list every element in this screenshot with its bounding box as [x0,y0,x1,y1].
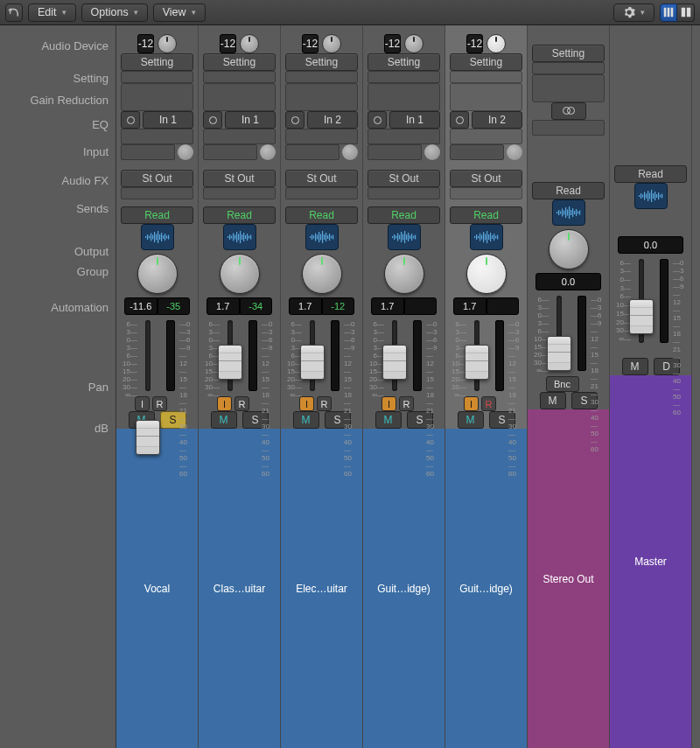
db-value[interactable]: 1.7 [289,297,322,315]
track-icon-button[interactable] [388,224,421,250]
channel-strip[interactable]: -12 Setting In 1 St Out Read 1.7 -34 6—3… [199,25,281,748]
input-label[interactable]: In 1 [225,111,276,129]
channel-strip[interactable]: Read 0.0 6—3—0—3—6—10—15—20—30—∞— —0—3—6… [610,25,692,748]
audio-device-value[interactable]: -12 [220,34,236,53]
audio-fx-slot[interactable] [450,129,522,144]
mute-button[interactable]: M [375,411,402,429]
pan-knob[interactable] [220,254,260,294]
fader-thumb[interactable] [465,345,489,380]
edit-menu[interactable]: Edit ▾ [28,3,76,22]
send-knob[interactable] [424,144,440,160]
automation-mode[interactable]: Read [368,206,440,224]
track-name[interactable]: Master [610,375,691,748]
channel-strip[interactable]: -12 Setting In 2 St Out Read 1.7 -12 6—3… [281,25,363,748]
setting-button[interactable]: Setting [121,53,193,71]
audio-device-value[interactable]: -12 [137,34,154,53]
fader-thumb[interactable] [218,345,242,380]
pan-knob[interactable] [466,254,507,294]
peak-value[interactable]: -34 [240,297,273,315]
track-icon-button[interactable] [305,224,339,250]
input-format-button[interactable] [450,111,469,129]
setting-button[interactable]: Setting [532,45,605,62]
mute-button[interactable]: M [211,411,237,429]
audio-fx-slot[interactable] [203,129,276,144]
record-enable-button[interactable]: R [152,396,167,411]
peak-value[interactable] [404,297,438,315]
pan-control[interactable] [545,226,592,273]
bounce-button[interactable]: Bnc [546,376,579,392]
pan-knob[interactable] [384,254,424,294]
group-slot[interactable] [368,187,440,199]
track-icon-button[interactable] [552,199,585,226]
track-name[interactable]: Stereo Out [528,409,609,748]
fader-thumb[interactable] [300,345,325,380]
group-slot[interactable] [121,187,193,199]
eq-thumbnail[interactable] [368,83,440,111]
peak-value[interactable] [486,297,520,315]
send-slot[interactable] [450,144,504,160]
output-button[interactable]: St Out [285,170,358,187]
eq-thumbnail[interactable] [532,74,605,102]
output-button[interactable]: St Out [121,170,193,187]
audio-fx-slot[interactable] [368,129,440,144]
setting-button[interactable]: Setting [368,53,440,71]
group-slot[interactable] [450,187,522,199]
options-menu[interactable]: Options ▾ [81,3,148,22]
db-value[interactable]: 1.7 [206,297,240,315]
fader-thumb[interactable] [382,345,407,380]
record-enable-button[interactable]: R [399,396,414,411]
eq-thumbnail[interactable] [450,83,522,111]
audio-device-knob[interactable] [486,34,506,53]
record-enable-button[interactable]: R [481,396,496,411]
audio-device-knob[interactable] [240,34,259,53]
fader-thumb[interactable] [629,299,654,334]
track-icon-button[interactable] [141,224,174,250]
record-enable-button[interactable]: R [317,396,332,411]
audio-device-knob[interactable] [158,34,177,53]
eq-thumbnail[interactable] [285,83,358,111]
audio-fx-slot[interactable] [285,129,358,144]
pan-knob[interactable] [302,254,342,294]
pan-control[interactable] [381,250,428,297]
mute-button[interactable]: M [458,411,484,429]
send-knob[interactable] [260,144,276,160]
fader-thumb[interactable] [136,420,160,455]
audio-device-knob[interactable] [404,34,424,53]
peak-value[interactable]: -35 [158,297,191,315]
track-icon-button[interactable] [223,224,256,250]
output-button[interactable]: St Out [450,170,522,187]
input-label[interactable]: In 1 [389,111,440,129]
input-format-button[interactable] [121,111,140,129]
send-slot[interactable] [203,144,257,160]
undo-curve-button[interactable] [5,3,23,22]
track-icon-button[interactable] [470,224,503,250]
pan-knob[interactable] [549,229,589,269]
layout-wide-button[interactable] [677,3,695,22]
group-slot[interactable] [203,187,276,199]
pan-knob[interactable] [137,254,178,294]
channel-strip[interactable]: -12 Setting In 2 St Out Read 1.7 6—3—0—3… [445,25,528,748]
mute-button[interactable]: M [540,392,566,409]
send-slot[interactable] [121,144,175,160]
pan-control[interactable] [134,250,181,297]
eq-thumbnail[interactable] [203,83,276,111]
settings-gear-button[interactable]: ▾ [613,3,654,22]
setting-button[interactable]: Setting [285,53,358,71]
db-value[interactable]: 1.7 [371,297,404,315]
automation-mode[interactable]: Read [614,165,687,183]
pan-control[interactable] [298,250,346,297]
layout-narrow-button[interactable] [660,3,677,22]
mute-button[interactable]: M [622,358,648,375]
fader-thumb[interactable] [547,336,571,371]
audio-device-value[interactable]: -12 [466,34,483,53]
input-format-button[interactable] [551,102,586,120]
mute-button[interactable]: M [293,411,319,429]
input-format-button[interactable] [368,111,387,129]
audio-fx-slot[interactable] [121,129,193,144]
db-value[interactable]: 0.0 [618,236,683,254]
db-value[interactable]: 1.7 [453,297,486,315]
record-enable-button[interactable]: R [234,396,249,411]
send-knob[interactable] [342,144,358,160]
audio-device-knob[interactable] [322,34,341,53]
send-slot[interactable] [285,144,340,160]
